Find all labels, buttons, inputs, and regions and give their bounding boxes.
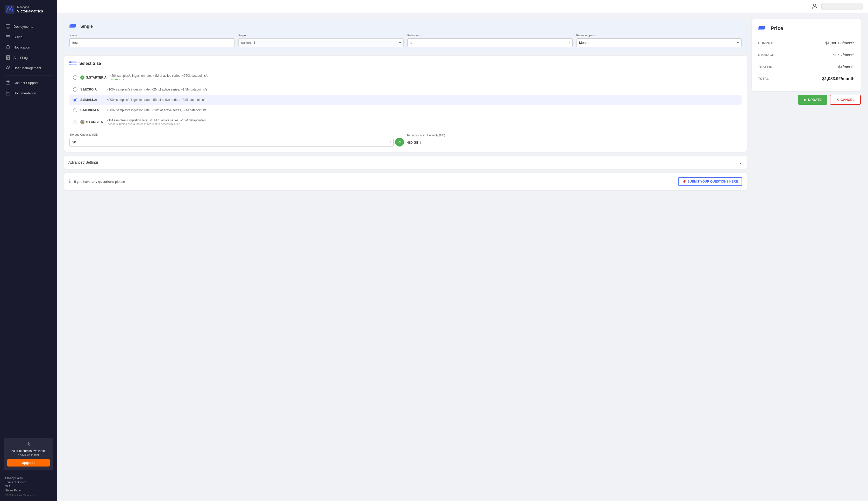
quota-note: Please submit a quota increase request t…	[107, 122, 179, 126]
size-radio-small[interactable]	[73, 98, 77, 102]
svg-rect-27	[72, 64, 77, 65]
retention-period-select[interactable]: Month Year	[576, 39, 741, 47]
deployment-card-header: Single	[69, 24, 741, 29]
size-label-large: 🔒 S.LARGE.A	[80, 120, 103, 124]
storage-price-label: STORAGE	[758, 53, 774, 57]
traffic-label: TRAFFIC	[758, 65, 772, 69]
retention-label: Retention	[407, 34, 573, 37]
size-option-medium[interactable]: S.MEDIUM.A <500k samples/s ingestion rat…	[69, 105, 741, 115]
sidebar-item-billing-label: Billing	[13, 35, 23, 39]
submit-questions-button[interactable]: 📌 SUBMIT YOUR QUESTIONS HERE	[678, 177, 742, 186]
storage-capacity-input[interactable]	[69, 138, 394, 147]
info-banner-bold: any questions	[91, 180, 114, 184]
retention-period-group: Retention period Month Year ▼	[576, 34, 741, 47]
submit-questions-icon: 📌	[682, 180, 686, 183]
storage-info-icon[interactable]: ℹ	[390, 140, 392, 144]
current-size-label: current size	[110, 78, 124, 81]
retention-group: Retention ℹ	[407, 34, 573, 47]
traffic-price-row: TRAFFIC ~ $1/month	[758, 61, 855, 73]
topbar	[57, 0, 868, 13]
storage-row: Storage Capacity (GB) ℹ ↻ Recommended Ca…	[69, 133, 741, 147]
sidebar-item-audit-logs[interactable]: Audit Logs	[0, 52, 57, 63]
sidebar-item-documentation[interactable]: Documentation	[0, 88, 57, 98]
user-icon	[811, 3, 818, 10]
sidebar-item-audit-logs-label: Audit Logs	[13, 56, 29, 60]
name-input[interactable]	[69, 39, 235, 47]
trial-clock-icon: ⏱	[7, 441, 50, 448]
sla-link[interactable]: SLA	[5, 485, 52, 488]
select-size-header: Select Size	[69, 61, 741, 66]
svg-point-12	[7, 66, 8, 68]
sidebar-item-contact-support[interactable]: Contact Support	[0, 77, 57, 88]
storage-input-row: ℹ ↻	[69, 138, 404, 147]
sidebar-item-deployments[interactable]: Deployments	[0, 21, 57, 32]
terms-of-service-link[interactable]: Terms of Service	[5, 480, 52, 484]
size-option-large[interactable]: 🔒 S.LARGE.A <1M samples/s ingestion rate…	[69, 115, 741, 129]
size-desc-micro: <100k samples/s ingestion rate, ~2M of a…	[107, 88, 738, 91]
size-option-micro[interactable]: S.MICRO.A <100k samples/s ingestion rate…	[69, 84, 741, 95]
svg-rect-0	[5, 5, 14, 14]
region-group: Region current: 1 ▼	[238, 34, 404, 47]
nav-main: Deployments Billing Notification Audit L…	[0, 19, 57, 435]
select-size-card: Select Size ✓ S.STARTER.A <50k samples/s…	[64, 56, 747, 152]
trial-box: ⏱ 200$ of credits available. 7 days left…	[4, 438, 53, 470]
topbar-search-input[interactable]	[821, 3, 863, 10]
size-radio-medium[interactable]	[73, 108, 77, 112]
deployment-card-title: Single	[80, 24, 93, 29]
advanced-settings-row[interactable]: Advanced Settings ⌄	[64, 156, 747, 169]
storage-input-wrapper: ℹ	[69, 138, 394, 147]
size-option-small[interactable]: S.SMALL.A <200k samples/s ingestion rate…	[69, 95, 741, 105]
recommended-info-icon[interactable]: ℹ	[420, 140, 421, 145]
upgrade-button[interactable]: Upgrade	[7, 459, 50, 467]
select-size-icon	[69, 61, 77, 66]
sidebar-item-notification[interactable]: Notification	[0, 42, 57, 52]
svg-point-20	[813, 4, 816, 6]
logo-brand: VictoriaMetrics	[17, 9, 43, 13]
storage-capacity-label: Storage Capacity (GB)	[69, 133, 404, 136]
size-label-small: S.SMALL.A	[80, 98, 103, 102]
retention-input[interactable]	[407, 39, 573, 47]
right-panel: Price COMPUTE $1,080.00/month STORAGE $2…	[752, 19, 861, 105]
size-label-micro: S.MICRO.A	[80, 88, 103, 91]
update-button[interactable]: ▶ UPDATE	[798, 95, 827, 105]
recommended-capacity-label: Recommended Capacity (GB)	[407, 134, 741, 137]
traffic-value: ~ $1/month	[835, 65, 855, 69]
status-page-link[interactable]: Status Page	[5, 489, 52, 492]
cancel-button[interactable]: ✕ CANCEL	[830, 95, 861, 105]
info-banner: ℹ If you have any questions please 📌 SUB…	[64, 173, 747, 190]
size-radio-micro[interactable]	[73, 87, 77, 92]
svg-rect-24	[69, 62, 72, 63]
storage-capacity-group: Storage Capacity (GB) ℹ ↻	[69, 133, 404, 147]
trial-credits: 200$ of credits available.	[7, 449, 50, 453]
deployment-icon	[69, 24, 78, 29]
total-label: TOTAL	[758, 77, 769, 81]
cancel-x-icon: ✕	[836, 98, 839, 102]
sidebar-item-user-management[interactable]: User Management	[0, 63, 57, 73]
size-label-starter: ✓ S.STARTER.A	[80, 75, 107, 79]
size-option-starter[interactable]: ✓ S.STARTER.A <50k samples/s ingestion r…	[69, 71, 741, 84]
info-banner-text: If you have any questions please	[74, 180, 675, 184]
region-label: Region	[238, 34, 404, 37]
svg-rect-25	[69, 64, 72, 65]
size-desc-starter: <50k samples/s ingestion rate, ~1M of ac…	[110, 74, 738, 81]
main-content: Single Name Region current: 1 ▼	[57, 0, 868, 501]
action-buttons: ▶ UPDATE ✕ CANCEL	[752, 95, 861, 105]
price-icon	[758, 26, 768, 31]
name-group: Name	[69, 34, 235, 47]
sidebar-item-billing[interactable]: Billing	[0, 32, 57, 42]
privacy-policy-link[interactable]: Privacy Policy	[5, 476, 52, 479]
select-size-title: Select Size	[79, 61, 101, 66]
advanced-chevron-icon: ⌄	[739, 159, 743, 165]
sidebar-item-deployments-label: Deployments	[13, 25, 33, 29]
storage-sync-button[interactable]: ↻	[395, 138, 404, 147]
compute-value: $1,080.00/month	[825, 41, 855, 45]
cancel-label: CANCEL	[840, 98, 855, 102]
sidebar: Managed VictoriaMetrics Deployments Bill…	[0, 0, 57, 501]
compute-price-row: COMPUTE $1,080.00/month	[758, 37, 855, 49]
advanced-settings-label: Advanced Settings	[68, 160, 99, 164]
deployment-form: Name Region current: 1 ▼ Retentio	[69, 34, 741, 47]
size-radio-starter[interactable]	[73, 75, 77, 79]
svg-rect-22	[70, 24, 76, 27]
storage-price-value: $2.92/month	[833, 53, 855, 57]
retention-info-icon[interactable]: ℹ	[569, 41, 571, 45]
